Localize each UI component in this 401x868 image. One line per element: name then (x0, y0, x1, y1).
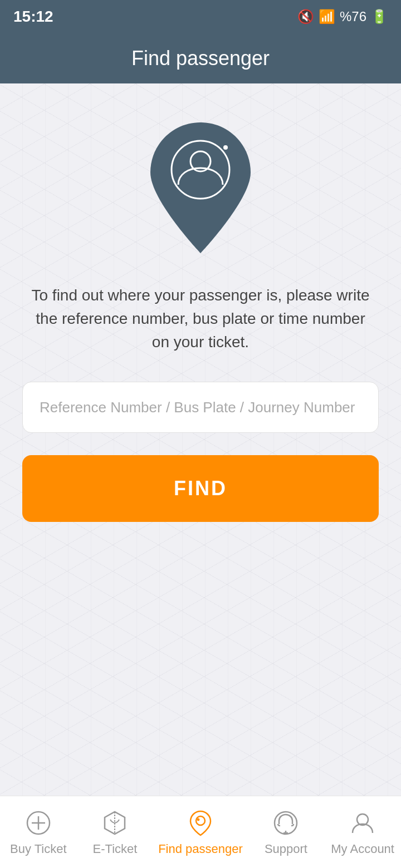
main-content: To find out where your passenger is, ple… (0, 83, 401, 796)
nav-item-buy-ticket[interactable]: Buy Ticket (5, 808, 72, 856)
buy-ticket-icon (24, 808, 53, 837)
svg-point-2 (223, 145, 228, 150)
search-input-wrapper[interactable] (22, 382, 379, 433)
nav-item-support[interactable]: Support (252, 808, 319, 856)
find-passenger-icon (186, 808, 215, 837)
svg-point-7 (196, 816, 205, 825)
nav-item-e-ticket[interactable]: E-Ticket (81, 808, 148, 856)
find-passenger-label: Find passenger (158, 842, 243, 856)
e-ticket-label: E-Ticket (93, 842, 138, 856)
status-time: 15:12 (13, 8, 53, 26)
e-ticket-icon (100, 808, 129, 837)
support-label: Support (265, 842, 307, 856)
support-icon (271, 808, 300, 837)
nav-item-my-account[interactable]: My Account (329, 808, 396, 856)
find-button[interactable]: FIND (22, 455, 379, 522)
status-bar: 15:12 🔇 📶 %76 🔋 (0, 0, 401, 33)
passenger-pin-icon (139, 117, 262, 262)
nav-item-find-passenger[interactable]: Find passenger (158, 808, 243, 856)
my-account-label: My Account (331, 842, 394, 856)
svg-point-8 (197, 818, 199, 821)
description-text: To find out where your passenger is, ple… (28, 284, 373, 354)
app-header: Find passenger (0, 33, 401, 83)
battery-text: %76 (340, 9, 366, 24)
my-account-icon (348, 808, 377, 837)
bottom-navigation: Buy Ticket E-Ticket Find passenger (0, 796, 401, 868)
buy-ticket-label: Buy Ticket (10, 842, 66, 856)
page-title: Find passenger (131, 47, 270, 70)
battery-icon: 🔋 (371, 9, 388, 24)
status-icons: 🔇 📶 %76 🔋 (297, 9, 388, 24)
mute-icon: 🔇 (297, 9, 314, 24)
wifi-icon: 📶 (319, 9, 335, 24)
search-input[interactable] (23, 382, 378, 432)
